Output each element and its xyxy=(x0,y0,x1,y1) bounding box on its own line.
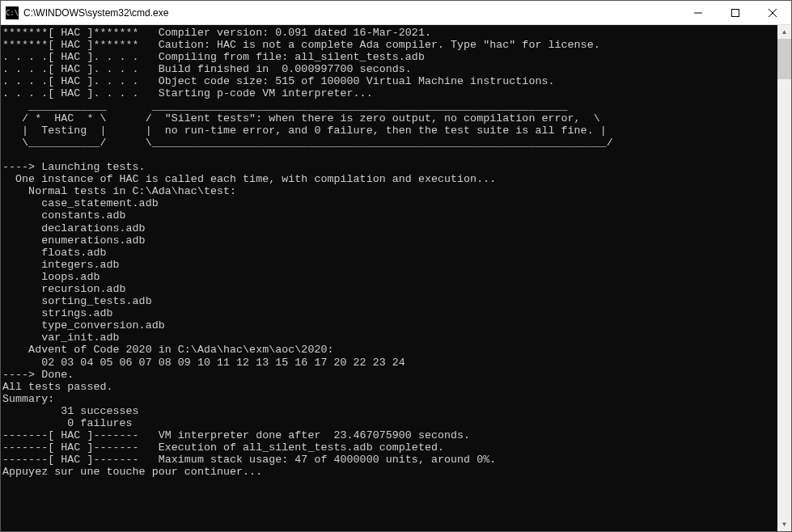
window-titlebar: C:\ C:\WINDOWS\system32\cmd.exe xyxy=(1,1,791,25)
window-title: C:\WINDOWS\system32\cmd.exe xyxy=(23,7,680,19)
scroll-down-arrow[interactable]: ▼ xyxy=(777,517,791,531)
console-area: *******[ HAC ]******* Compiler version: … xyxy=(1,25,791,531)
scroll-up-arrow[interactable]: ▲ xyxy=(777,25,791,39)
window-controls xyxy=(680,1,791,24)
scrollbar-thumb[interactable] xyxy=(777,39,791,79)
cmd-icon: C:\ xyxy=(6,6,19,19)
console-output[interactable]: *******[ HAC ]******* Compiler version: … xyxy=(1,25,777,531)
minimize-button[interactable] xyxy=(680,1,717,24)
maximize-button[interactable] xyxy=(717,1,754,24)
close-button[interactable] xyxy=(754,1,791,24)
vertical-scrollbar[interactable]: ▲ ▼ xyxy=(777,25,791,531)
svg-rect-1 xyxy=(732,9,739,16)
